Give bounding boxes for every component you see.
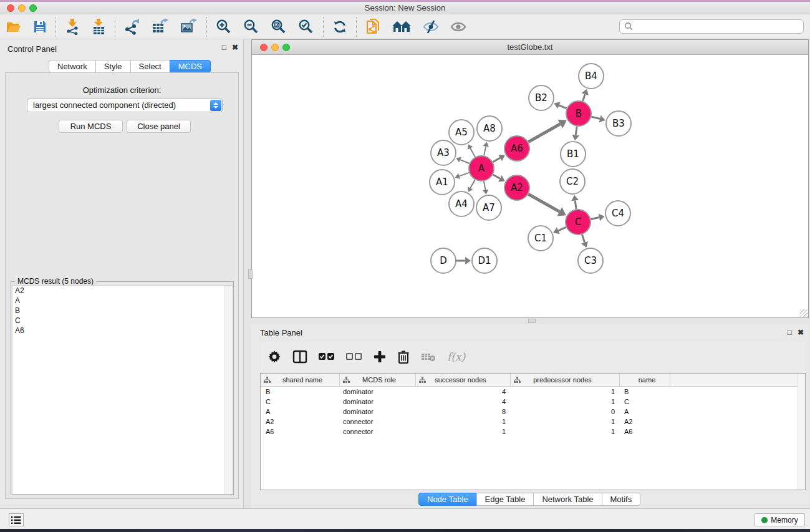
app-titlebar: Session: New Session xyxy=(0,2,810,14)
import-network-icon[interactable] xyxy=(59,17,85,37)
zoom-selected-icon[interactable] xyxy=(292,17,320,37)
delete-column-trash-icon[interactable] xyxy=(397,350,410,364)
tab-mcds[interactable]: MCDS xyxy=(170,60,211,73)
network-window-titlebar[interactable]: testGlobe.txt xyxy=(252,40,808,55)
svg-text:B: B xyxy=(576,108,582,119)
minimize-window-button[interactable] xyxy=(18,4,26,12)
zoom-in-icon[interactable] xyxy=(210,17,238,37)
column-header[interactable]: MCDS role xyxy=(340,374,416,386)
table-row[interactable]: Bdominator41B xyxy=(261,387,805,397)
select-all-checkboxes-icon[interactable] xyxy=(319,352,335,361)
mcds-result-title: MCDS result (5 nodes) xyxy=(15,277,96,286)
svg-text:B1: B1 xyxy=(567,148,579,160)
list-item[interactable]: A xyxy=(12,296,233,306)
close-panel-button[interactable]: Close panel xyxy=(127,120,191,133)
desktop-strip xyxy=(0,529,810,532)
refresh-icon[interactable] xyxy=(327,17,353,37)
column-layout-icon[interactable] xyxy=(292,350,307,364)
new-network-from-selection-icon[interactable] xyxy=(360,17,386,37)
svg-text:C4: C4 xyxy=(612,208,624,219)
table-row[interactable]: Cdominator41C xyxy=(261,397,805,407)
task-history-button[interactable] xyxy=(9,513,24,526)
memory-status-icon xyxy=(761,517,768,523)
svg-text:A7: A7 xyxy=(483,202,495,213)
scrollbar-thumb[interactable] xyxy=(248,269,253,279)
import-table-icon[interactable] xyxy=(85,17,112,37)
run-mcds-button[interactable]: Run MCDS xyxy=(59,120,123,133)
status-bar: Memory xyxy=(0,508,810,529)
criterion-select[interactable]: largest connected component (directed) xyxy=(27,99,223,112)
table-panel-title: Table Panel xyxy=(260,328,302,337)
list-item[interactable]: B xyxy=(12,306,233,316)
tab-motifs[interactable]: Motifs xyxy=(602,493,641,506)
list-item[interactable]: A6 xyxy=(12,326,233,336)
column-header[interactable]: predecessor nodes xyxy=(511,374,620,386)
close-panel-icon[interactable]: ✖ xyxy=(232,43,238,52)
add-column-icon[interactable] xyxy=(374,351,386,363)
control-panel-title: Control Panel xyxy=(7,44,57,54)
table-panel: Table Panel □ ✖ f(x) shared nam xyxy=(251,324,809,508)
tab-network-table[interactable]: Network Table xyxy=(533,493,602,506)
scrollbar[interactable] xyxy=(798,374,805,490)
deselect-all-checkboxes-icon[interactable] xyxy=(346,352,362,361)
float-panel-icon[interactable]: □ xyxy=(788,328,792,337)
scrollbar[interactable] xyxy=(224,286,233,494)
node-table: shared name MCDS role successor nodes pr… xyxy=(260,373,806,490)
svg-text:C2: C2 xyxy=(566,176,579,187)
table-row[interactable]: A6connector11A6 xyxy=(261,427,805,437)
tab-edge-table[interactable]: Edge Table xyxy=(476,493,534,506)
svg-text:A8: A8 xyxy=(483,123,496,134)
tab-node-table[interactable]: Node Table xyxy=(418,493,477,506)
export-network-icon[interactable] xyxy=(118,17,146,37)
memory-button[interactable]: Memory xyxy=(755,513,805,526)
toolbar-separator xyxy=(356,17,357,37)
toolbar-separator xyxy=(115,17,115,37)
hide-graphics-details-icon[interactable] xyxy=(417,17,445,37)
network-graph[interactable]: AA1A2A3A4A5A6A7A8BB1B2B3B4CC1C2C3C4DD1 xyxy=(252,55,808,317)
minimize-view-button[interactable] xyxy=(271,44,279,51)
float-panel-icon[interactable]: □ xyxy=(222,43,226,52)
toolbar-separator xyxy=(206,17,207,37)
svg-text:A4: A4 xyxy=(455,198,468,210)
table-row[interactable]: Adominator80A xyxy=(261,407,805,417)
table-row[interactable]: A2connector11A2 xyxy=(261,417,805,427)
search-icon xyxy=(624,22,634,31)
open-session-icon[interactable] xyxy=(0,17,27,37)
table-toolbar: f(x) xyxy=(260,342,805,371)
export-table-icon[interactable] xyxy=(146,17,175,37)
table-settings-gear-icon[interactable] xyxy=(268,350,281,364)
svg-text:C3: C3 xyxy=(584,255,597,266)
svg-text:B4: B4 xyxy=(585,70,597,82)
home-icon[interactable] xyxy=(386,17,417,37)
show-graphics-details-icon[interactable] xyxy=(445,17,472,37)
zoom-fit-icon[interactable] xyxy=(265,17,292,37)
list-item[interactable]: C xyxy=(12,316,233,326)
zoom-view-button[interactable] xyxy=(282,44,290,51)
toolbar-separator xyxy=(55,17,56,37)
function-builder-icon[interactable]: f(x) xyxy=(447,351,465,363)
column-header[interactable]: name xyxy=(620,374,670,386)
close-window-button[interactable] xyxy=(7,4,14,12)
save-session-icon[interactable] xyxy=(27,17,52,37)
app-title: Session: New Session xyxy=(0,2,810,14)
tab-select[interactable]: Select xyxy=(130,60,170,73)
zoom-window-button[interactable] xyxy=(29,4,37,12)
close-panel-icon[interactable]: ✖ xyxy=(798,328,804,337)
delete-table-icon[interactable] xyxy=(421,352,436,362)
tab-style[interactable]: Style xyxy=(95,60,131,73)
tab-network[interactable]: Network xyxy=(49,60,96,73)
column-header[interactable]: successor nodes xyxy=(416,374,511,386)
list-item[interactable]: A2 xyxy=(12,286,233,296)
export-image-icon[interactable] xyxy=(175,17,203,37)
column-header[interactable]: shared name xyxy=(261,374,340,386)
scrollbar-thumb[interactable] xyxy=(528,319,536,323)
mcds-result-list[interactable]: A2 A B C A6 xyxy=(12,285,233,495)
zoom-out-icon[interactable] xyxy=(238,17,265,37)
svg-text:A3: A3 xyxy=(437,147,450,158)
svg-text:B3: B3 xyxy=(612,118,625,129)
resize-grip[interactable] xyxy=(800,309,808,317)
search-input[interactable] xyxy=(619,19,804,34)
mcds-result-group: MCDS result (5 nodes) A2 A B C A6 xyxy=(11,281,234,495)
close-view-button[interactable] xyxy=(260,44,268,51)
select-spinner-icon xyxy=(210,100,221,111)
